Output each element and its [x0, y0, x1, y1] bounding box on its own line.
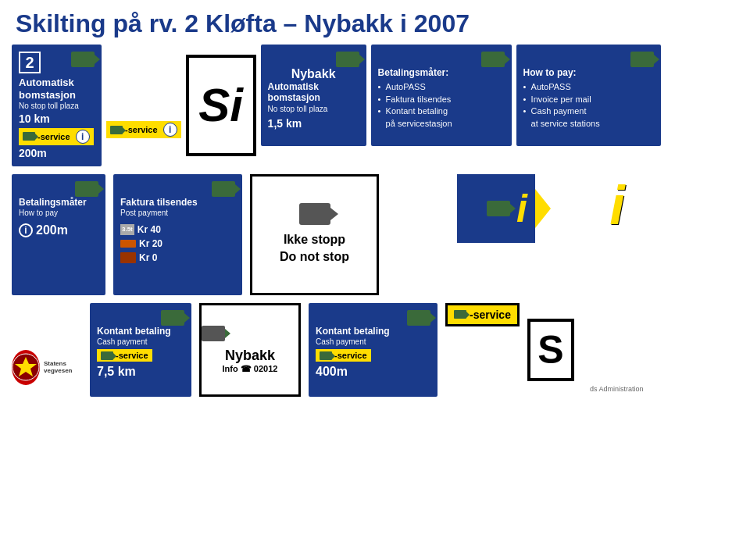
- si-text: Si: [198, 78, 243, 132]
- kr-table: 3.5t Kr 40 Kr 20 Kr 0: [120, 223, 235, 265]
- row1: 2 Automatisk bomstasjon No stop toll pla…: [8, 45, 742, 166]
- logo-wrapper: Statens vegvesen: [12, 350, 82, 385]
- service-tag-kontant1: -service: [97, 349, 152, 362]
- service-sign-yellow: -service: [445, 303, 520, 326]
- howtopay-header: How to pay:: [523, 67, 654, 78]
- sign-betalingsmater-r1: Betalingsmåter: AutoPASS Faktura tilsend…: [371, 45, 512, 146]
- kontant2-line2: Cash payment: [316, 337, 430, 347]
- camera-icon-r2: [75, 181, 98, 197]
- ikke-stopp-line1: Ikke stopp: [284, 231, 345, 248]
- info-circle-r2: i: [19, 223, 33, 237]
- kontant2-dist: 400m: [316, 365, 430, 379]
- si-sign: Si: [186, 55, 256, 156]
- service-cam-kontant2: [320, 351, 332, 360]
- nybakk-info-title: Nybakk: [225, 348, 275, 364]
- blue-info-rect: i: [457, 174, 535, 243]
- statens-logo: [12, 350, 40, 385]
- service-cam-standalone: [110, 126, 123, 134]
- row2: Betalingsmåter How to pay i 200m Faktura…: [8, 174, 742, 295]
- sign-kontant-2: Kontant betaling Cash payment -service 4…: [309, 303, 438, 397]
- betalings-item-3: Kontant betaling på servicestasjon: [378, 105, 505, 130]
- kr-row-2: Kr 20: [120, 237, 235, 251]
- betalings-header: Betalingsmåter:: [378, 67, 505, 78]
- howtopay-list: AutoPASS Invoice per mail Cash payment a…: [523, 81, 654, 130]
- weight-label: 3.5t: [120, 224, 134, 235]
- standalone-i-sign: i: [590, 174, 645, 237]
- r2-dist: 200m: [36, 223, 68, 237]
- camera-icon: [71, 52, 95, 67]
- big-s-sign: S: [527, 319, 574, 381]
- betalings-item-1: AutoPASS: [378, 81, 505, 93]
- sign-title-auto: Automatisk: [19, 77, 95, 89]
- service-tag-1: -service i: [19, 128, 94, 145]
- r2-betalings-line2: How to pay: [19, 208, 98, 218]
- sign-number: 2: [19, 52, 41, 73]
- info-arrow-sign: i: [457, 174, 551, 243]
- kr3-value: Kr 0: [139, 251, 157, 265]
- truck-icon-2: [120, 240, 136, 248]
- camera-icon-ikkestopp: [299, 203, 330, 225]
- howtopay-item-2: Invoice per mail: [523, 94, 654, 105]
- kontant1-dist: 7,5 km: [97, 365, 184, 379]
- kr-row-1: 3.5t Kr 40: [120, 223, 235, 237]
- faktura-header1: Faktura tilsendes: [120, 197, 235, 208]
- kr2-value: Kr 20: [139, 237, 162, 251]
- camera-icon-howtopay: [630, 52, 654, 67]
- yellow-arrow: [535, 189, 551, 228]
- kontant2-line1: Kontant betaling: [316, 326, 430, 337]
- faktura-header2: Post payment: [120, 208, 235, 218]
- logo-section: Statens vegvesen: [12, 303, 82, 385]
- row3: Statens vegvesen Kontant betaling Cash p…: [8, 303, 742, 397]
- page-title: Skilting på rv. 2 Kløfta – Nybakk i 2007: [0, 0, 750, 45]
- sign-ikke-stopp: Ikke stopp Do not stop: [250, 174, 379, 295]
- betalings-list: AutoPASS Faktura tilsendes Kontant betal…: [378, 81, 505, 130]
- camera-icon-betalings: [481, 52, 505, 67]
- camera-icon-faktura: [212, 181, 235, 197]
- sign-title-bom: bomstasjon: [19, 89, 95, 102]
- camera-icon-kontant1: [161, 310, 184, 326]
- kontant1-line2: Cash payment: [97, 337, 184, 347]
- nybakk-dist: 1,5 km: [268, 117, 359, 130]
- kr1-value: Kr 40: [138, 223, 161, 237]
- nybakk-info-box: Nybakk Info ☎ 02012: [199, 303, 301, 397]
- nybakk-line1: Automatisk: [268, 81, 359, 92]
- sign-subtitle-nonstop: No stop toll plaza: [19, 101, 95, 111]
- nybakk-info-sub: Info ☎ 02012: [223, 364, 278, 374]
- howtopay-item-1: AutoPASS: [523, 81, 654, 93]
- nybakk-line2: bomstasjon: [268, 92, 359, 103]
- sign-betalingsmater-r2: Betalingsmåter How to pay i 200m: [12, 174, 105, 295]
- service-cam-kontant1: [101, 351, 113, 360]
- camera-icon-kontant2: [407, 310, 430, 326]
- r2-betalings-line1: Betalingsmåter: [19, 197, 98, 208]
- sign-auto-bomstasjon: 2 Automatisk bomstasjon No stop toll pla…: [12, 45, 102, 166]
- standalone-service: -service i: [106, 45, 181, 146]
- service-standalone-text: -service: [125, 125, 158, 134]
- service-tag-text-kontant2: -service: [334, 351, 367, 360]
- sign-distance: 10 km: [19, 112, 95, 126]
- betalings-item-2: Faktura tilsendes: [378, 94, 505, 105]
- main-content: 2 Automatisk bomstasjon No stop toll pla…: [0, 45, 750, 397]
- howtopay-item-3: Cash payment at service stations: [523, 105, 654, 130]
- nybakk-title: Nybakk: [268, 67, 359, 81]
- big-standalone-i: i: [609, 174, 624, 237]
- service-tag-standalone: -service i: [106, 121, 181, 138]
- service-yellow-text: -service: [470, 309, 511, 321]
- info-circle-1: i: [76, 130, 90, 144]
- service-tag-text-1: -service: [38, 132, 70, 141]
- service-tag-kontant2: -service: [316, 349, 371, 362]
- sign-howtopay: How to pay: AutoPASS Invoice per mail Ca…: [516, 45, 661, 146]
- nybakk-line3: No stop toll plaza: [268, 104, 359, 114]
- kr-row-3: Kr 0: [120, 251, 235, 265]
- camera-icon-nybakk-info: [202, 326, 225, 341]
- sign-kontant-1: Kontant betaling Cash payment -service 7…: [90, 303, 191, 397]
- kontant1-line1: Kontant betaling: [97, 326, 184, 337]
- big-yellow-i: i: [516, 186, 527, 231]
- ikke-stopp-line2: Do not stop: [280, 248, 349, 266]
- bottom-distance-1: 200m: [19, 147, 95, 159]
- service-tag-text-kontant1: -service: [116, 351, 148, 360]
- truck-icon-3: [120, 252, 136, 263]
- service-cam-icon-1: [23, 132, 35, 141]
- service-cam-yellow: [454, 310, 466, 319]
- camera-icon-info: [487, 201, 510, 216]
- road-admin-text: ds Administration: [590, 385, 644, 393]
